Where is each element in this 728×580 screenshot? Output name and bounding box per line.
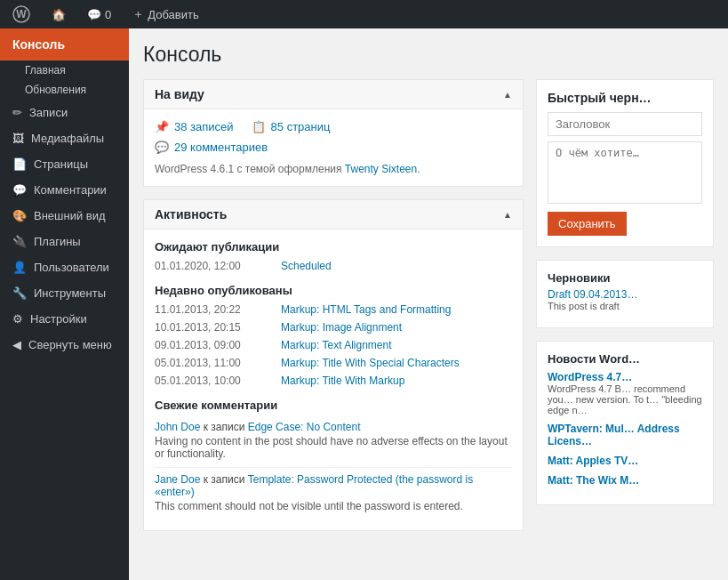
comment-count-icon: 💬	[155, 141, 169, 154]
users-label: Пользователи	[34, 261, 109, 274]
pending-link-0[interactable]: Scheduled	[281, 260, 332, 272]
glance-title: На виду	[155, 87, 204, 101]
sidebar-item-settings[interactable]: ⚙ Настройки	[0, 306, 129, 332]
pages-count-link[interactable]: 📋 85 страниц	[252, 120, 331, 133]
sidebar-item-pages[interactable]: 📄 Страницы	[0, 151, 129, 177]
comment-pretext-1: к записи	[204, 473, 248, 486]
recent-date-2: 09.01.2013, 09:00	[155, 339, 270, 351]
draft-title-input[interactable]	[548, 112, 702, 136]
comment-item-0: John Doe к записи Edge Case: No Content …	[155, 415, 512, 468]
sidebar: Консоль Главная Обновления ✏ Записи 🖼 Ме…	[0, 28, 129, 580]
fresh-comments-title: Свежие комментарии	[155, 399, 512, 412]
save-draft-button[interactable]: Сохранить	[548, 212, 627, 236]
news-link-0[interactable]: WordPress 4.7…	[548, 371, 702, 383]
comment-text-0: Having no content in the post should hav…	[155, 435, 512, 460]
comments-count: 0	[105, 8, 111, 21]
recent-date-4: 05.01.2013, 10:00	[155, 375, 270, 387]
sidebar-item-media[interactable]: 🖼 Медиафайлы	[0, 125, 129, 151]
wp-logo-icon: W	[12, 5, 30, 23]
recent-title: Недавно опубликованы	[155, 284, 512, 297]
drafts-body: Черновики Draft 09.04.2013… This post is…	[537, 261, 713, 327]
comment-author-0[interactable]: John Doe	[155, 421, 200, 433]
news-link-3[interactable]: Matt: The Wix M…	[548, 474, 702, 487]
posts-icon: ✏	[12, 106, 22, 119]
right-column: Быстрый черн… Сохранить Черновики Draft …	[536, 79, 714, 544]
comment-count: 29 комментариев	[174, 141, 268, 154]
news-link-2[interactable]: Matt: Apples TV…	[548, 455, 702, 467]
drafts-widget: Черновики Draft 09.04.2013… This post is…	[536, 260, 714, 328]
posts-count: 38 записей	[174, 120, 234, 133]
media-icon: 🖼	[12, 132, 24, 145]
pending-date-0: 01.01.2020, 12:00	[155, 260, 270, 272]
add-new-button[interactable]: ＋ Добавить	[127, 0, 204, 28]
sidebar-item-comments[interactable]: 💬 Комментарии	[0, 177, 129, 203]
main-content: Консоль На виду ▲ 📌 38 записей	[129, 28, 728, 580]
news-link-1[interactable]: WPTavern: Mul… Address Licens…	[548, 423, 702, 447]
recent-link-2[interactable]: Markup: Text Alignment	[281, 339, 392, 351]
comment-text-1: This comment should not be visible until…	[155, 500, 512, 512]
news-item-0: WordPress 4.7… WordPress 4.7 B… recommen…	[548, 371, 702, 415]
sidebar-item-home[interactable]: Главная	[0, 60, 129, 80]
pending-item-0: 01.01.2020, 12:00 Scheduled	[155, 257, 512, 275]
news-widget: Новости Word… WordPress 4.7… WordPress 4…	[536, 341, 714, 505]
comment-post-link-1[interactable]: Template: Password Protected (the passwo…	[155, 473, 473, 498]
posts-count-link[interactable]: 📌 38 записей	[155, 120, 234, 133]
site-icon-button[interactable]: 🏠	[46, 0, 71, 28]
sidebar-item-posts[interactable]: ✏ Записи	[0, 100, 129, 125]
draft-link-0[interactable]: Draft 09.04.2013…	[548, 288, 702, 301]
news-title: Новости Word…	[548, 352, 702, 366]
activity-widget: Активность ▲ Ожидают публикации 01.01.20…	[143, 199, 524, 531]
glance-body: 📌 38 записей 📋 85 страниц 💬 29 комментар…	[144, 109, 523, 186]
left-column: На виду ▲ 📌 38 записей 📋 85 страниц	[143, 79, 524, 544]
theme-link[interactable]: Twenty Sixteen	[345, 163, 417, 175]
recent-date-0: 11.01.2013, 20:22	[155, 303, 270, 316]
draft-body-input[interactable]	[548, 141, 702, 204]
wp-logo-button[interactable]: W	[7, 0, 36, 28]
glance-header: На виду ▲	[144, 80, 523, 109]
collapse-label: Свернуть меню	[28, 338, 112, 351]
recent-item-3: 05.01.2013, 11:00 Markup: Title With Spe…	[155, 354, 512, 372]
sidebar-item-updates[interactable]: Обновления	[0, 80, 129, 100]
recent-item-2: 09.01.2013, 09:00 Markup: Text Alignment	[155, 336, 512, 354]
comment-meta-0: John Doe к записи Edge Case: No Content	[155, 421, 512, 433]
comment-author-1[interactable]: Jane Doe	[155, 473, 200, 486]
comment-post-link-0[interactable]: Edge Case: No Content	[248, 421, 361, 433]
comment-meta-1: Jane Doe к записи Template: Password Pro…	[155, 473, 512, 498]
console-menu-item[interactable]: Консоль	[0, 28, 129, 60]
sidebar-item-plugins[interactable]: 🔌 Плагины	[0, 229, 129, 254]
comments-button[interactable]: 💬 0	[82, 0, 116, 28]
home-sidebar-label: Главная	[25, 64, 66, 77]
recent-link-3[interactable]: Markup: Title With Special Characters	[281, 357, 460, 369]
plugins-label: Плагины	[34, 235, 81, 248]
appearance-label: Внешний вид	[34, 209, 106, 222]
add-new-label: Добавить	[148, 8, 198, 21]
sidebar-collapse-menu[interactable]: ◀ Свернуть меню	[0, 332, 129, 358]
news-desc-0: WordPress 4.7 B… recommend you… new vers…	[548, 383, 702, 415]
recent-date-3: 05.01.2013, 11:00	[155, 357, 270, 369]
sidebar-item-users[interactable]: 👤 Пользователи	[0, 254, 129, 280]
posts-label: Записи	[29, 106, 68, 119]
quick-draft-title: Быстрый черн…	[548, 91, 702, 105]
news-item-1: WPTavern: Mul… Address Licens…	[548, 423, 702, 447]
media-label: Медиафайлы	[31, 132, 104, 145]
pages-count: 85 страниц	[271, 120, 331, 133]
comments-sidebar-icon: 💬	[12, 183, 27, 197]
recent-item-0: 11.01.2013, 20:22 Markup: HTML Tags and …	[155, 301, 512, 318]
glance-collapse-icon[interactable]: ▲	[503, 90, 512, 100]
activity-header: Активность ▲	[144, 200, 523, 230]
comment-icon: 💬	[87, 8, 101, 21]
pages-label: Страницы	[34, 157, 88, 171]
recent-item-1: 10.01.2013, 20:15 Markup: Image Alignmen…	[155, 318, 512, 336]
recent-link-1[interactable]: Markup: Image Alignment	[281, 321, 402, 334]
wp-info: WordPress 4.6.1 с темой оформления Twent…	[155, 163, 512, 175]
collapse-icon: ◀	[12, 338, 21, 351]
console-label: Консоль	[12, 37, 65, 52]
quick-draft-widget: Быстрый черн… Сохранить	[536, 79, 714, 247]
recent-link-0[interactable]: Markup: HTML Tags and Formatting	[281, 303, 451, 316]
activity-collapse-icon[interactable]: ▲	[503, 210, 512, 220]
plugins-icon: 🔌	[12, 235, 27, 248]
sidebar-item-tools[interactable]: 🔧 Инструменты	[0, 280, 129, 306]
comments-count-link[interactable]: 💬 29 комментариев	[155, 141, 512, 154]
sidebar-item-appearance[interactable]: 🎨 Внешний вид	[0, 203, 129, 229]
recent-link-4[interactable]: Markup: Title With Markup	[281, 375, 404, 387]
